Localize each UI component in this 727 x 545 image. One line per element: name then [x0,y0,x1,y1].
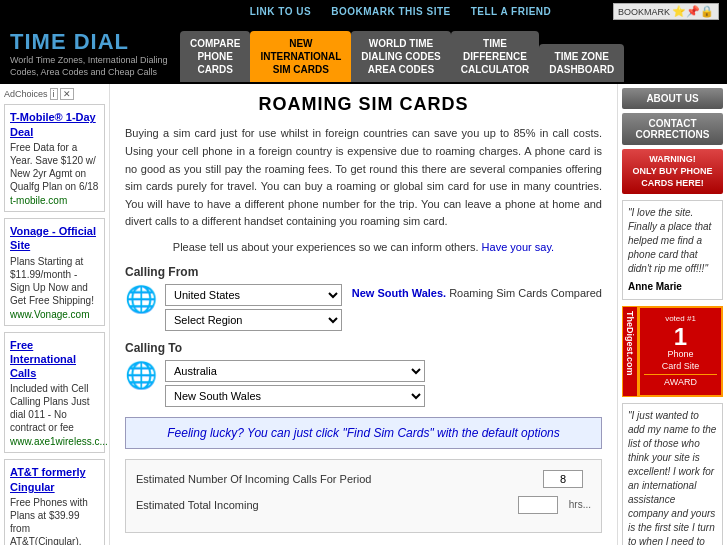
calling-to-group: Calling To 🌐 Australia New South Wales [125,341,602,407]
top-bar: LINK TO US BOOKMARK THIS SITE TELL A FRI… [0,0,727,23]
ad-choices-close[interactable]: ✕ [60,88,74,100]
nav-tabs: COMPAREPHONECARDS NEWINTERNATIONALSIM CA… [180,25,727,82]
ad-tmobile-body: Free Data for a Year. Save $120 w/ New 2… [10,141,99,193]
nav-tab-sim[interactable]: NEWINTERNATIONALSIM CARDS [250,31,351,82]
ad-att: AT&T formerly Cingular Free Phones with … [4,459,105,545]
calling-to-row: 🌐 Australia New South Wales [125,360,602,407]
calling-from-region[interactable]: Select Region [165,309,342,331]
calling-from-label: Calling From [125,265,342,279]
left-sidebar: AdChoices i ✕ T-Mobile® 1-Day Deal Free … [0,84,110,545]
description: Buying a sim card just for use whilst in… [125,125,602,231]
form-section: Calling From 🌐 United States Select Regi… [125,265,602,331]
estimate-unit: hrs... [569,499,591,510]
globe-icon-to: 🌐 [125,360,157,391]
have-your-say-link[interactable]: Have your say. [482,241,555,253]
ad-tmobile: T-Mobile® 1-Day Deal Free Data for a Yea… [4,104,105,212]
estimate-row-2: Estimated Total Incoming hrs... [136,496,591,514]
calling-to-label: Calling To [125,341,602,355]
testimonial-1-name: Anne Marie [628,280,717,294]
nav-tab-dashboard[interactable]: TIME ZONEDASHBOARD [539,44,624,82]
logo-time: TIME [10,29,67,54]
calling-to-selects: Australia New South Wales [165,360,425,407]
contact-corrections-button[interactable]: CONTACTCORRECTIONS [622,113,723,145]
testimonial-2: "I just wanted to add my name to the lis… [622,403,723,545]
estimate-label-1: Estimated Number Of Incoming Calls For P… [136,473,543,485]
calling-to-region[interactable]: New South Wales [165,385,425,407]
ad-tmobile-title[interactable]: T-Mobile® 1-Day Deal [10,110,99,139]
ad-intl-body: Included with Cell Calling Plans Just di… [10,382,99,434]
bookmark-label: BOOKMARK [618,7,670,17]
ad-att-body: Free Phones with Plans at $39.99 from AT… [10,496,99,545]
award-source: TheDigest.com [622,306,638,396]
tell-a-friend[interactable]: TELL A FRIEND [471,6,552,17]
page-title: ROAMING SIM CARDS [125,94,602,115]
lucky-section: Feeling lucky? You can just click "Find … [125,417,602,449]
header: TIME DIAL World Time Zones, Internationa… [0,23,727,84]
main-layout: AdChoices i ✕ T-Mobile® 1-Day Deal Free … [0,84,727,545]
calling-from-group: Calling From 🌐 United States Select Regi… [125,265,342,331]
feedback-text: Please tell us about your experiences so… [125,241,602,253]
bookmark-badge[interactable]: BOOKMARK ⭐📌🔒 [613,3,719,20]
calling-from-country[interactable]: United States [165,284,342,306]
nav-tab-compare[interactable]: COMPAREPHONECARDS [180,31,250,82]
award-number: 1 [644,325,717,349]
ad-intl-link[interactable]: www.axe1wireless.c... [10,436,99,447]
testimonial-2-text: "I just wanted to add my name to the lis… [628,410,716,545]
ad-choices: AdChoices i ✕ [4,88,105,100]
calling-from-result: New South Wales. Roaming Sim Cards Compa… [352,265,602,331]
result-country: New South Wales. [352,287,446,299]
warning-button[interactable]: WARNING!ONLY BUY PHONECARDS HERE! [622,149,723,194]
ad-att-title[interactable]: AT&T formerly Cingular [10,465,99,494]
ad-intl-calls: Free International Calls Included with C… [4,332,105,454]
bookmark-area: BOOKMARK ⭐📌🔒 [613,3,719,20]
link-to-us[interactable]: LINK TO US [250,6,311,17]
testimonial-1: "I love the site. Finally a place that h… [622,200,723,300]
ad-vonage-body: Plans Starting at $11.99/month - Sign Up… [10,255,99,307]
bookmark-icons: ⭐📌🔒 [672,5,714,18]
testimonial-1-text: "I love the site. Finally a place that h… [628,207,711,274]
top-bar-links: LINK TO US BOOKMARK THIS SITE TELL A FRI… [250,6,552,17]
nav-tab-difference[interactable]: TIMEDIFFERENCECALCULATOR [451,31,540,82]
logo-dial: DIAL [74,29,129,54]
about-us-button[interactable]: ABOUT US [622,88,723,109]
logo-title: TIME DIAL [10,29,170,55]
right-sidebar: ABOUT US CONTACTCORRECTIONS WARNING!ONLY… [617,84,727,545]
ad-intl-title[interactable]: Free International Calls [10,338,99,381]
globe-icon-from: 🌐 [125,284,157,315]
nav-tab-dialing[interactable]: WORLD TIMEDIALING CODESAREA CODES [351,31,450,82]
result-text: Roaming Sim Cards Compared [449,287,602,299]
estimate-input-1[interactable] [543,470,583,488]
estimate-input-2[interactable] [518,496,558,514]
estimate-label-2: Estimated Total Incoming [136,499,518,511]
award-text: PhoneCard Site [644,349,717,372]
logo-area: TIME DIAL World Time Zones, Internationa… [0,23,180,84]
ad-choices-icon[interactable]: i [50,88,58,100]
calling-from-row: 🌐 United States Select Region [125,284,342,331]
ad-tmobile-link[interactable]: t-mobile.com [10,195,99,206]
award-badge: voted #1 1 PhoneCard Site AWARD [638,306,723,396]
estimate-row-1: Estimated Number Of Incoming Calls For P… [136,470,591,488]
ad-vonage-link[interactable]: www.Vonage.com [10,309,99,320]
ad-vonage-title[interactable]: Vonage - Official Site [10,224,99,253]
calling-from-selects: United States Select Region [165,284,342,331]
estimates-section: Estimated Number Of Incoming Calls For P… [125,459,602,533]
award-container: TheDigest.com voted #1 1 PhoneCard Site … [622,306,723,396]
logo-subtitle: World Time Zones, International DialingC… [10,55,170,78]
ad-choices-label: AdChoices [4,89,48,99]
award-label: AWARD [644,374,717,389]
ad-vonage: Vonage - Official Site Plans Starting at… [4,218,105,326]
calling-to-country[interactable]: Australia [165,360,425,382]
lucky-text[interactable]: Feeling lucky? You can just click "Find … [167,426,560,440]
feedback-label: Please tell us about your experiences so… [173,241,479,253]
center-content: ROAMING SIM CARDS Buying a sim card just… [110,84,617,545]
bookmark-site[interactable]: BOOKMARK THIS SITE [331,6,451,17]
